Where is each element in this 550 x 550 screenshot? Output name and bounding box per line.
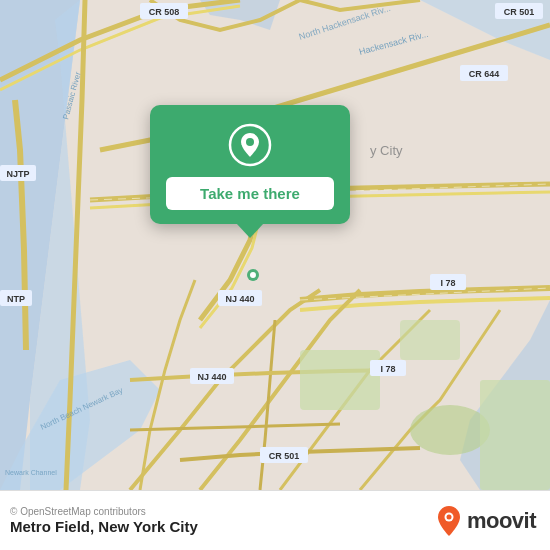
location-title: Metro Field, New York City — [10, 518, 198, 535]
moovit-logo: moovit — [436, 505, 536, 537]
svg-rect-4 — [480, 380, 550, 490]
moovit-brand-text: moovit — [467, 508, 536, 534]
svg-rect-1 — [300, 350, 380, 410]
take-me-there-button[interactable]: Take me there — [166, 177, 334, 210]
svg-point-36 — [446, 514, 451, 519]
svg-text:Newark Channel: Newark Channel — [5, 469, 57, 476]
popup-card[interactable]: Take me there — [150, 105, 350, 224]
map-container: CR 508 CR 501 CR 644 NJTP NTP NJ 440 NJ … — [0, 0, 550, 490]
map-background: CR 508 CR 501 CR 644 NJTP NTP NJ 440 NJ … — [0, 0, 550, 490]
svg-point-3 — [410, 405, 490, 455]
svg-text:I 78: I 78 — [440, 278, 455, 288]
svg-rect-2 — [400, 320, 460, 360]
svg-text:NTP: NTP — [7, 294, 25, 304]
svg-point-34 — [246, 138, 254, 146]
svg-text:y City: y City — [370, 143, 403, 158]
svg-text:NJ 440: NJ 440 — [225, 294, 254, 304]
osm-attribution: © OpenStreetMap contributors — [10, 506, 198, 517]
svg-text:CR 501: CR 501 — [504, 7, 535, 17]
svg-text:CR 501: CR 501 — [269, 451, 300, 461]
moovit-logo-icon — [436, 505, 462, 537]
svg-text:I 78: I 78 — [380, 364, 395, 374]
svg-text:CR 508: CR 508 — [149, 7, 180, 17]
svg-point-32 — [250, 272, 256, 278]
location-pin-icon — [228, 123, 272, 167]
bottom-bar: © OpenStreetMap contributors Metro Field… — [0, 490, 550, 550]
svg-text:NJ 440: NJ 440 — [197, 372, 226, 382]
bottom-left-info: © OpenStreetMap contributors Metro Field… — [10, 506, 198, 535]
svg-text:NJTP: NJTP — [6, 169, 29, 179]
svg-text:CR 644: CR 644 — [469, 69, 500, 79]
